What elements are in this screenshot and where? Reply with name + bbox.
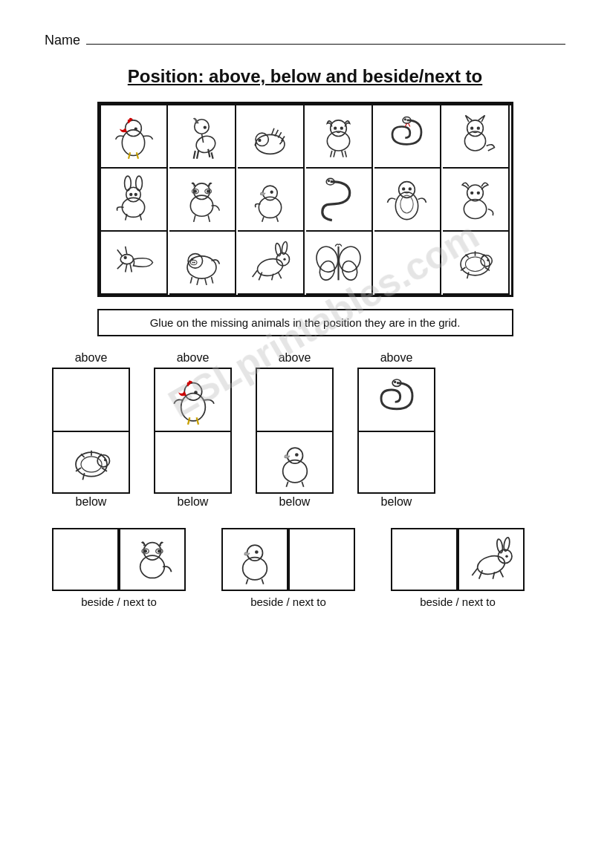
- position-section: above below above: [45, 351, 565, 608]
- svg-point-79: [140, 555, 165, 578]
- svg-point-20: [126, 187, 141, 202]
- ab-box-pair-1: [52, 368, 130, 494]
- above-label-3: above: [279, 351, 311, 365]
- svg-point-10: [331, 120, 347, 137]
- svg-point-24: [134, 193, 137, 196]
- svg-point-36: [395, 192, 418, 220]
- svg-point-83: [143, 549, 147, 553]
- grid-cell-0-4: [374, 105, 441, 169]
- svg-point-33: [270, 191, 273, 194]
- svg-point-25: [190, 195, 212, 216]
- page-title: Position: above, below and beside/next t…: [45, 66, 565, 87]
- svg-point-66: [487, 259, 489, 261]
- ab-box-pair-3: [256, 368, 334, 494]
- grid-cell-2-4: [374, 232, 441, 295]
- ab-item-2: above below: [154, 351, 232, 510]
- ab-box-pair-2: [154, 368, 232, 494]
- beside-item-3: beside / next to: [391, 528, 525, 608]
- below-label-2: below: [178, 495, 209, 509]
- grid-cell-1-5: [443, 169, 510, 232]
- svg-point-17: [470, 127, 473, 130]
- svg-point-42: [467, 185, 484, 201]
- svg-point-12: [340, 127, 343, 130]
- svg-point-15: [464, 131, 485, 151]
- svg-point-23: [129, 193, 132, 196]
- grid-cell-1-3: [306, 169, 373, 232]
- beside-item-2: beside / next to: [221, 528, 355, 608]
- grid-cell-1-1: [169, 169, 236, 232]
- name-row: Name: [45, 30, 565, 48]
- beside-box-left-2: [221, 528, 288, 591]
- svg-point-70: [103, 458, 106, 461]
- beside-row: beside / next to beside / next to: [45, 528, 565, 608]
- above-label-4: above: [380, 351, 413, 365]
- ab-box-top-3: [256, 368, 334, 431]
- svg-point-59: [314, 244, 340, 275]
- svg-point-76: [295, 453, 299, 457]
- svg-point-30: [207, 190, 210, 193]
- svg-point-29: [194, 190, 197, 193]
- svg-point-92: [505, 555, 508, 558]
- svg-point-41: [464, 200, 486, 219]
- grid-cell-2-1: [169, 232, 236, 295]
- animal-grid: [100, 104, 511, 295]
- svg-point-19: [122, 198, 144, 217]
- ab-item-4: above below: [357, 351, 435, 510]
- svg-point-57: [283, 258, 285, 261]
- grid-cell-2-2: [238, 232, 305, 295]
- svg-point-39: [402, 187, 405, 190]
- svg-point-14: [404, 118, 406, 120]
- beside-box-right-3: [458, 528, 525, 591]
- grid-cell-0-5: [443, 105, 510, 169]
- svg-point-5: [204, 125, 207, 128]
- svg-point-35: [328, 180, 330, 182]
- animal-grid-container: [97, 102, 513, 297]
- svg-point-52: [191, 258, 193, 261]
- beside-item-1: beside / next to: [52, 528, 186, 608]
- ab-item-1: above below: [52, 351, 130, 510]
- ab-box-top-1: [52, 368, 130, 431]
- svg-point-0: [122, 130, 144, 156]
- beside-boxes-1: [52, 528, 186, 591]
- svg-point-72: [184, 382, 201, 399]
- ab-box-top-2: [154, 368, 232, 431]
- svg-point-71: [181, 393, 205, 420]
- grid-cell-2-3: [306, 232, 373, 295]
- svg-point-78: [393, 380, 396, 383]
- svg-point-50: [192, 261, 194, 263]
- above-label-1: above: [75, 351, 108, 365]
- name-label: Name: [45, 33, 80, 48]
- svg-point-11: [334, 127, 337, 130]
- svg-point-87: [255, 550, 259, 554]
- svg-point-84: [158, 549, 161, 553]
- ab-box-top-4: [357, 368, 435, 431]
- svg-point-18: [477, 127, 480, 130]
- svg-point-43: [470, 192, 473, 195]
- below-label-4: below: [381, 495, 412, 509]
- beside-box-left-1: [52, 528, 119, 591]
- grid-cell-2-0: [101, 232, 168, 295]
- svg-point-46: [124, 256, 127, 259]
- beside-label-2: beside / next to: [250, 595, 326, 608]
- beside-label-3: beside / next to: [420, 595, 496, 608]
- svg-point-45: [120, 255, 133, 264]
- below-label-3: below: [279, 495, 311, 509]
- svg-point-2: [134, 128, 137, 131]
- grid-cell-1-0: [101, 169, 168, 232]
- beside-box-right-2: [288, 528, 355, 591]
- beside-box-left-3: [391, 528, 458, 591]
- ab-box-bottom-1: [52, 431, 130, 494]
- svg-point-60: [337, 244, 363, 275]
- instruction-box: Glue on the missing animals in the posit…: [97, 309, 513, 336]
- grid-cell-0-2: [238, 105, 305, 169]
- svg-point-1: [126, 120, 142, 137]
- svg-point-51: [194, 261, 195, 263]
- name-underline: [86, 30, 565, 45]
- below-label-1: below: [76, 495, 107, 509]
- svg-point-44: [477, 192, 480, 195]
- svg-point-67: [76, 452, 107, 477]
- svg-point-73: [194, 391, 198, 394]
- svg-point-63: [461, 253, 490, 275]
- svg-point-8: [258, 139, 261, 142]
- ab-box-pair-4: [357, 368, 435, 494]
